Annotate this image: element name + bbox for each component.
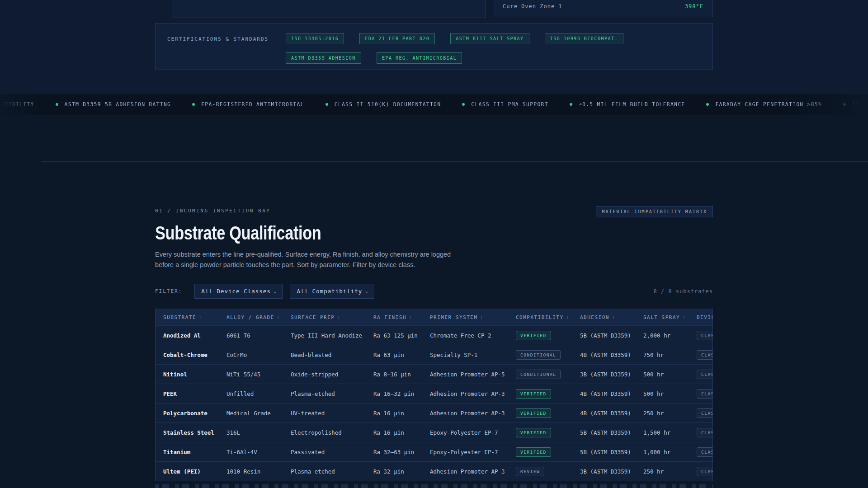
substrate-name: Titanium xyxy=(156,442,219,461)
oven-zone-temperature: 398°F xyxy=(685,3,703,9)
table-row[interactable]: Ultem (PEI) 1010 Resin Plasma-etched Ra … xyxy=(156,461,713,481)
adhesion-rating: 5B (ASTM D3359) xyxy=(572,423,636,442)
chevron-down-icon: ⌄ xyxy=(365,288,368,294)
filter-label: FILTER: xyxy=(155,288,182,294)
table-row[interactable]: Polycarbonate Medical Grade UV-treated R… xyxy=(156,403,713,422)
alloy-grade: 316L xyxy=(219,423,283,442)
salt-spray-hours: 500 hr xyxy=(636,365,689,384)
certification-badge: ASTM D3359 ADHESION xyxy=(286,52,361,64)
compatibility-status-badge: VERIFIED xyxy=(516,331,551,340)
alloy-grade: NiTi 55/45 xyxy=(219,365,283,384)
alloy-grade: 6061-T6 xyxy=(219,326,283,345)
oven-zone-label: Cure Oven Zone 1 xyxy=(503,3,562,9)
device-class-badge: CLASS xyxy=(697,370,713,379)
substrate-name: Stainless Steel xyxy=(156,423,219,442)
chevron-down-icon: ⌄ xyxy=(274,288,277,294)
compatibility-cell: VERIFIED xyxy=(508,442,572,461)
compatibility-cell: VERIFIED xyxy=(508,326,572,345)
column-header[interactable]: RA FINISH ↕ xyxy=(366,309,422,325)
compatibility-status-badge: VERIFIED xyxy=(516,447,551,457)
column-header[interactable]: PRIMER SYSTEM ↕ xyxy=(422,309,508,325)
device-class-cell: CLASS xyxy=(689,404,713,422)
table-row[interactable]: PEEK Unfilled Plasma-etched Ra 16–32 μin… xyxy=(156,384,713,403)
substrate-name: Polycarbonate xyxy=(156,404,219,422)
alloy-grade: CoCrMo xyxy=(219,345,283,364)
primer-system: Chromate-Free CP-2 xyxy=(422,326,508,345)
compatibility-status-badge: REVIEW xyxy=(516,467,544,476)
column-header[interactable]: SUBSTRATE ↑ xyxy=(156,309,219,325)
ra-finish: Ra 32–63 μin xyxy=(366,442,422,461)
salt-spray-hours: 250 hr xyxy=(636,462,689,481)
compatibility-cell: VERIFIED xyxy=(508,404,572,422)
clipped-footnote xyxy=(155,484,713,488)
bullet-dot-icon xyxy=(326,103,328,106)
ra-finish: Ra 16–32 μin xyxy=(366,384,422,403)
certifications-panel: CERTIFICATIONS & STANDARDS ISO 13485:201… xyxy=(155,23,713,70)
table-header-row: SUBSTRATE ↑ ALLOY / GRADE ↕ SURFACE PREP… xyxy=(156,309,713,325)
sort-icon: ↕ xyxy=(481,315,484,319)
column-header[interactable]: ADHESION ↕ xyxy=(572,309,636,325)
sort-icon: ↕ xyxy=(409,315,412,319)
substrate-name: Cobalt-Chrome xyxy=(156,345,219,364)
compatibility-status-badge: CONDITIONAL xyxy=(516,350,561,360)
cutoff-panel xyxy=(172,0,486,18)
column-header[interactable]: ALLOY / GRADE ↕ xyxy=(219,309,283,325)
sort-icon: ↕ xyxy=(277,315,280,319)
column-header[interactable]: DEVICE xyxy=(689,309,713,325)
device-class-dropdown[interactable]: All Device Classes ⌄ xyxy=(194,284,283,299)
adhesion-rating: 3B (ASTM D3359) xyxy=(572,462,636,481)
certification-ticker: COMPATIBILITY ASTM D3359 5B ADHESION RAT… xyxy=(0,94,868,115)
adhesion-rating: 3B (ASTM D3359) xyxy=(572,365,636,384)
device-class-badge: CLASS xyxy=(697,389,713,399)
section-divider xyxy=(42,161,868,162)
ticker-item: CLASS II 510(K) DOCUMENTATION xyxy=(304,101,441,108)
table-row[interactable]: Stainless Steel 316L Electropolished Ra … xyxy=(156,422,713,442)
primer-system: Adhesion Promoter AP-3 xyxy=(422,462,508,481)
primer-system: Adhesion Promoter AP-3 xyxy=(422,404,508,422)
ticker-item: FARADAY CAGE PENETRATION >85% xyxy=(685,101,822,108)
primer-system: Adhesion Promoter AP-5 xyxy=(422,365,508,384)
top-section: Cure Oven Zone 1 398°F CERTIFICATIONS & … xyxy=(0,0,868,94)
alloy-grade: Ti-6Al-4V xyxy=(219,442,283,461)
substrate-name: PEEK xyxy=(156,384,219,403)
table-row[interactable]: Titanium Ti-6Al-4V Passivated Ra 32–63 μ… xyxy=(156,442,713,461)
ra-finish: Ra 8–16 μin xyxy=(366,365,422,384)
salt-spray-hours: 1,000 hr xyxy=(636,442,689,461)
ra-finish: Ra 63–125 μin xyxy=(366,326,422,345)
adhesion-rating: 4B (ASTM D3359) xyxy=(572,384,636,403)
table-row[interactable]: Cobalt-Chrome CoCrMo Bead-blasted Ra 63 … xyxy=(156,345,713,364)
device-class-cell: CLASS xyxy=(689,423,713,442)
device-class-badge: CLASS xyxy=(697,331,713,340)
column-header[interactable]: SURFACE PREP ↕ xyxy=(283,309,366,325)
device-class-cell: CLASS xyxy=(689,384,713,403)
salt-spray-hours: 250 hr xyxy=(636,404,689,422)
certification-badge: ASTM B117 SALT SPRAY xyxy=(450,33,529,44)
surface-prep: UV-treated xyxy=(283,404,366,422)
bullet-dot-icon xyxy=(56,103,58,106)
table-row[interactable]: Anodized Al 6061-T6 Type III Hard Anodiz… xyxy=(156,325,713,345)
substrate-count: 8 / 8 substrates xyxy=(653,288,713,295)
sort-icon: ↕ xyxy=(566,315,570,319)
device-class-badge: CLASS xyxy=(697,350,713,360)
salt-spray-hours: 750 hr xyxy=(636,345,689,364)
adhesion-rating: 4B (ASTM D3359) xyxy=(572,345,636,364)
certification-badge: FDA 21 CFR PART 820 xyxy=(359,33,435,44)
column-header[interactable]: SALT SPRAY ↕ xyxy=(636,309,689,325)
compatibility-dropdown[interactable]: All Compatibility ⌄ xyxy=(290,284,374,299)
surface-prep: Type III Hard Anodize xyxy=(283,326,366,345)
device-class-badge: CLASS xyxy=(697,447,713,457)
alloy-grade: Medical Grade xyxy=(219,404,283,422)
section-description: Every substrate enters the line pre-qual… xyxy=(155,249,713,270)
sort-icon: ↕ xyxy=(683,315,686,319)
certification-badge: EPA REG. ANTIMICROBIAL xyxy=(377,52,462,64)
table-row[interactable]: Nitinol NiTi 55/45 Oxide-stripped Ra 8–1… xyxy=(156,364,713,384)
alloy-grade: Unfilled xyxy=(219,384,283,403)
substrate-name: Nitinol xyxy=(156,365,219,384)
device-class-cell: CLASS xyxy=(689,326,713,345)
ticker-item: CLASS III PMA SUPPORT xyxy=(441,101,548,108)
surface-prep: Plasma-etched xyxy=(283,384,366,403)
certification-badge: ISO 10993 BIOCOMPAT. xyxy=(545,33,623,44)
device-class-cell: CLASS xyxy=(689,462,713,481)
column-header[interactable]: COMPATIBILITY ↕ xyxy=(508,309,572,325)
surface-prep: Passivated xyxy=(283,442,366,461)
